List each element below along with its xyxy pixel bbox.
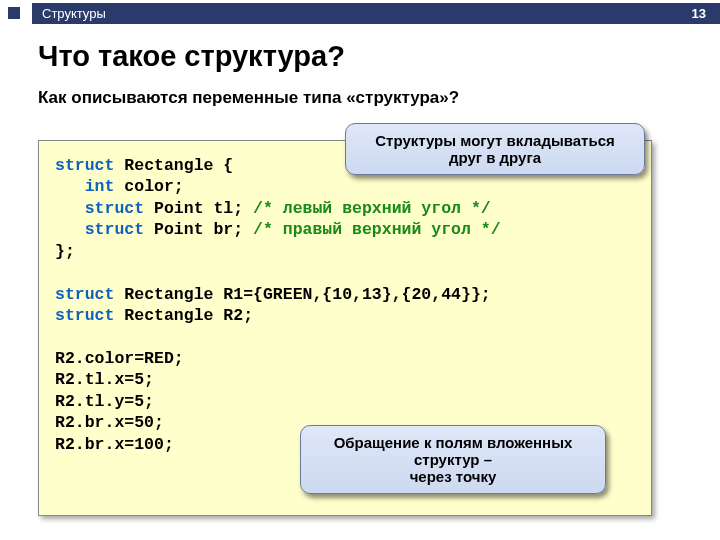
code-keyword: struct: [55, 220, 144, 239]
code-text: R2.color=RED;: [55, 349, 184, 368]
code-keyword: struct: [55, 156, 114, 175]
code-text: Rectangle R2;: [114, 306, 253, 325]
breadcrumb: Структуры 13: [32, 3, 720, 24]
callout-nesting: Структуры могут вкладываться друг в друг…: [345, 123, 645, 175]
callout-line: через точку: [410, 468, 497, 485]
code-text: R2.tl.x=5;: [55, 370, 154, 389]
code-keyword: int: [55, 177, 114, 196]
code-comment: /* правый верхний угол */: [253, 220, 501, 239]
code-text: Rectangle R1={GREEN,{10,13},{20,44}};: [114, 285, 490, 304]
callout-dot-access: Обращение к полям вложенных структур – ч…: [300, 425, 606, 494]
top-bar: Структуры 13: [0, 0, 720, 26]
callout-line: Структуры могут вкладываться: [375, 132, 615, 149]
code-text: Point br;: [144, 220, 253, 239]
code-text: Point tl;: [144, 199, 253, 218]
code-text: R2.tl.y=5;: [55, 392, 154, 411]
code-text: R2.br.x=100;: [55, 435, 174, 454]
logo-square: [8, 7, 20, 19]
code-keyword: struct: [55, 285, 114, 304]
code-text: Rectangle {: [114, 156, 233, 175]
code-text: };: [55, 242, 75, 261]
page-number: 13: [692, 6, 706, 21]
breadcrumb-text: Структуры: [42, 6, 106, 21]
code-keyword: struct: [55, 306, 114, 325]
code-keyword: struct: [55, 199, 144, 218]
slide-title: Что такое структура?: [38, 40, 345, 73]
callout-line: структур –: [414, 451, 492, 468]
slide-subtitle: Как описываются переменные типа «структу…: [38, 88, 459, 108]
code-comment: /* левый верхний угол */: [253, 199, 491, 218]
callout-line: друг в друга: [449, 149, 541, 166]
code-text: R2.br.x=50;: [55, 413, 164, 432]
code-text: color;: [114, 177, 183, 196]
callout-line: Обращение к полям вложенных: [334, 434, 573, 451]
